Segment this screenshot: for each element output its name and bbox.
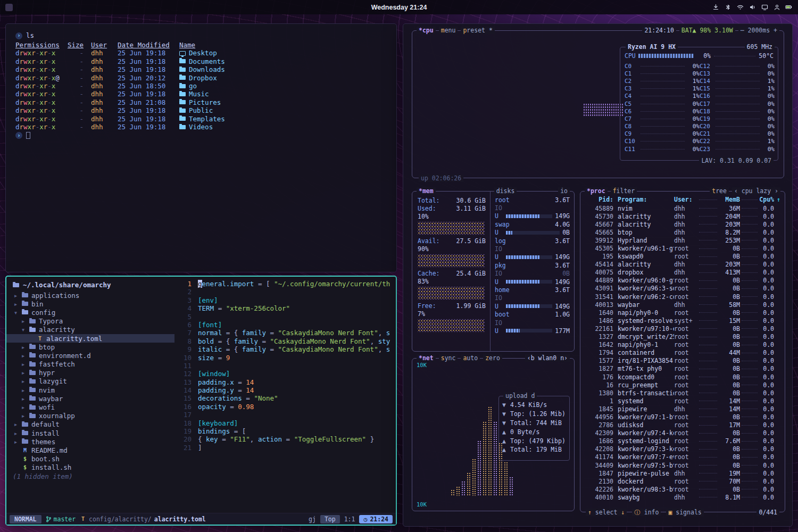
- user-icon[interactable]: [773, 4, 780, 11]
- tree-item-waybar[interactable]: ▸waybar: [6, 394, 174, 403]
- tree-item-fastfetch[interactable]: ▸fastfetch: [6, 360, 174, 369]
- tab-io[interactable]: io: [558, 187, 570, 195]
- col-mem-header[interactable]: MemB: [719, 196, 740, 203]
- process-row[interactable]: 176kcompactd0root0B0.0: [585, 373, 780, 381]
- footer-select[interactable]: ↑ select ↓: [586, 509, 627, 516]
- process-row[interactable]: 45665btopdhh8.2M0.0: [585, 228, 780, 236]
- file-name[interactable]: go: [179, 82, 387, 90]
- tree-item-applications[interactable]: ▸applications: [6, 291, 174, 300]
- net-auto-button[interactable]: auto: [461, 354, 480, 362]
- app-menu-icon[interactable]: [5, 4, 13, 11]
- tree-item-btop[interactable]: ▸btop: [6, 343, 174, 351]
- col-cpu-header[interactable]: Cpu%: [759, 196, 774, 203]
- process-row[interactable]: 44889kworker/u96:0-gfroot0B0.0: [585, 277, 780, 285]
- process-row[interactable]: 41174kworker/u97:7-evroot0B0.0: [585, 453, 780, 461]
- proc-filter-button[interactable]: filter: [611, 187, 637, 195]
- col-user-header[interactable]: User:: [674, 196, 697, 203]
- cpu-menu-button[interactable]: menu: [439, 27, 458, 34]
- volume-icon[interactable]: [749, 4, 756, 11]
- tree-root[interactable]: ~/.local/share/omarchy: [6, 280, 174, 291]
- wifi-icon[interactable]: [736, 4, 744, 11]
- tree-item-environment-d[interactable]: ▸environment.d: [6, 351, 174, 360]
- tab-disks[interactable]: disks: [494, 187, 517, 195]
- tree-item-default[interactable]: ▸default: [6, 420, 174, 429]
- process-row[interactable]: 40013waybardhh58M0.0: [585, 301, 780, 309]
- col-program-header[interactable]: Program:: [613, 196, 674, 203]
- download-icon[interactable]: [712, 4, 719, 11]
- process-row[interactable]: 1794containerdroot44M0.0: [585, 349, 780, 357]
- process-row[interactable]: 43091kworker/u96:3-sdroot0B0.0: [585, 285, 780, 293]
- tree-item-themes[interactable]: ▸themes: [6, 437, 174, 446]
- net-stats-panel-title[interactable]: upload d: [503, 392, 537, 400]
- col-pid-header[interactable]: Pid:: [585, 196, 613, 203]
- tree-item-hypr[interactable]: ▸hypr: [6, 369, 174, 377]
- tree-item-wofi[interactable]: ▸wofi: [6, 403, 174, 411]
- cpu-preset--button[interactable]: preset *: [461, 27, 494, 34]
- tree-item-alacritty[interactable]: ▾alacritty: [6, 326, 174, 334]
- git-branch[interactable]: master: [46, 516, 76, 523]
- process-row[interactable]: 34409kworker/u97:5-btroot0B0.0: [585, 461, 780, 469]
- tree-item-typora[interactable]: ▸Typora: [6, 317, 174, 326]
- tree-item-readme-md[interactable]: MREADME.md: [6, 446, 174, 454]
- tree-item-install[interactable]: ▸install: [6, 429, 174, 437]
- bluetooth-icon[interactable]: [724, 4, 732, 11]
- screen-icon[interactable]: [761, 4, 768, 11]
- terminal-window[interactable]: › ls PermissionsSizeUserDate ModifiedNam…: [5, 23, 397, 272]
- process-row[interactable]: 1642napi/phy0-1root0B0.0: [585, 341, 780, 349]
- file-name[interactable]: Public: [179, 106, 387, 114]
- battery-icon[interactable]: [785, 4, 793, 11]
- process-row[interactable]: 45414alacrittydhh203M0.0: [585, 261, 780, 269]
- net-box-title[interactable]: *net: [417, 354, 436, 362]
- net-zero-button[interactable]: zero: [483, 354, 502, 362]
- tree-item-boot-sh[interactable]: $boot.sh: [6, 455, 174, 463]
- command-line-empty[interactable]: ›: [15, 131, 387, 139]
- tree-item-xournalpp[interactable]: ▸xournalpp: [6, 412, 174, 420]
- process-row[interactable]: 195kswapd0root0B0.0: [585, 253, 780, 261]
- refresh-rate-control[interactable]: ─ 2000ms +: [738, 27, 779, 34]
- process-row[interactable]: 1827mt76-tx phy0root0B0.0: [585, 365, 780, 373]
- mem-box-title[interactable]: *mem: [417, 187, 436, 195]
- sort-selector[interactable]: ‹ cpu lazy ›: [732, 187, 780, 195]
- file-name[interactable]: Downloads: [179, 65, 387, 73]
- process-row[interactable]: 1847pipewire-pulsedhh19M0.0: [585, 469, 780, 477]
- btop-window[interactable]: *cpu menupreset * 21:24:10 BAT▲ 98% 3.10…: [403, 23, 793, 527]
- process-row[interactable]: 1380btrfs-transactioroot0B0.0: [585, 389, 780, 397]
- process-row[interactable]: 1640napi/phy0-0root0B0.0: [585, 309, 780, 317]
- tree-item-alacritty-toml[interactable]: Talacritty.toml: [6, 334, 174, 343]
- process-row[interactable]: 16rcu_preemptroot0B0.0: [585, 381, 780, 389]
- process-row[interactable]: 31541kworker/u96:2-coroot0B0.0: [585, 293, 780, 301]
- tree-item-nvim[interactable]: ▸nvim: [6, 386, 174, 394]
- process-row[interactable]: 1486systemd-resolvesyst+15M0.0: [585, 317, 780, 325]
- process-row[interactable]: 2130dockerdroot70M0.0: [585, 477, 780, 485]
- tree-item-config[interactable]: ▾config: [6, 308, 174, 317]
- net-interface[interactable]: ‹b wlan0 n›: [525, 354, 570, 362]
- file-name[interactable]: Videos: [179, 123, 387, 131]
- code-editor[interactable]: 123456789101112131415161718192021 genera…: [174, 277, 396, 513]
- process-row[interactable]: 45667alacrittydhh203M0.0: [585, 220, 780, 228]
- process-row[interactable]: 1327dmcrypt_write/25root0B0.0: [585, 333, 780, 341]
- footer-signals[interactable]: ▣ signals: [666, 509, 703, 516]
- footer-info[interactable]: ⓘ info: [632, 509, 661, 516]
- process-row[interactable]: 42309kworker/u97:4-kcroot0B0.0: [585, 429, 780, 437]
- process-row[interactable]: 45889nvimdhh36M0.0: [585, 204, 780, 212]
- process-row[interactable]: 1systemdroot14M0.0: [585, 397, 780, 405]
- process-row[interactable]: 2786udisksdroot17M0.0: [585, 421, 780, 429]
- cpu-box-title[interactable]: *cpu: [417, 27, 436, 34]
- process-row[interactable]: 1577irq/81-PIXA3854:root0B0.0: [585, 357, 780, 365]
- tree-item-bin[interactable]: ▸bin: [6, 300, 174, 308]
- process-row[interactable]: 40075dropboxdhh413M0.0: [585, 269, 780, 277]
- process-row[interactable]: 39912Hyprlanddhh253M0.0: [585, 236, 780, 244]
- process-row[interactable]: 22161kworker/u97:10-eroot0B0.0: [585, 325, 780, 332]
- file-name[interactable]: Pictures: [179, 98, 387, 106]
- proc-box-title[interactable]: *proc: [585, 187, 608, 195]
- process-row[interactable]: 1845pipewiredhh14M0.0: [585, 405, 780, 413]
- file-name[interactable]: Desktop: [179, 49, 387, 57]
- file-name[interactable]: Music: [179, 90, 387, 98]
- process-row[interactable]: 42226kworker/u98:3-btroot0B0.0: [585, 485, 780, 493]
- process-row[interactable]: 40010swaybgdhh8.1M0.0: [585, 493, 780, 501]
- process-row[interactable]: 45730alacrittydhh204M0.0: [585, 212, 780, 220]
- tree-item-lazygit[interactable]: ▸lazygit: [6, 377, 174, 386]
- process-row[interactable]: 1686systemd-logindroot7.6M0.0: [585, 437, 780, 445]
- proc-tree-button[interactable]: tree: [710, 187, 729, 195]
- file-name[interactable]: Templates: [179, 115, 387, 123]
